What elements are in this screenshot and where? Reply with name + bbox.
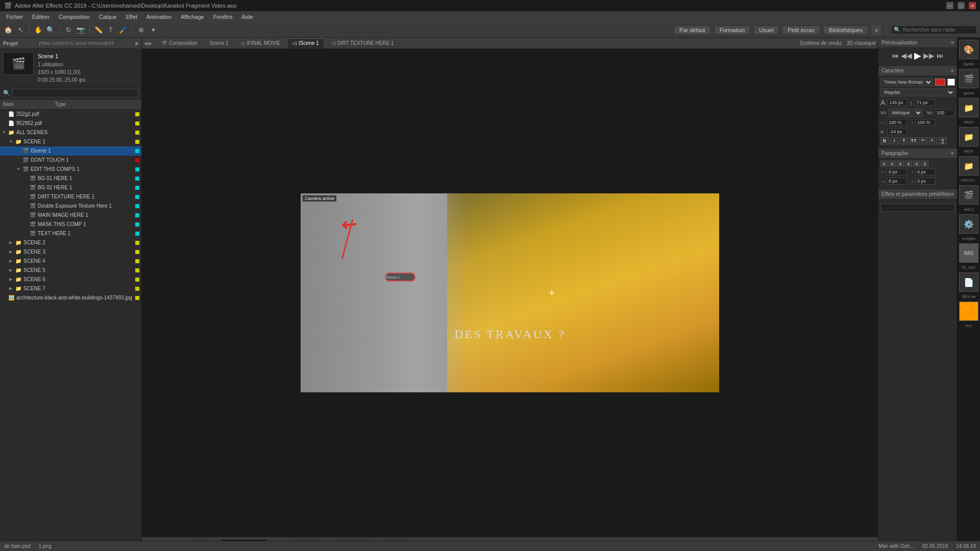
- menu-fichier[interactable]: Fichier: [2, 13, 27, 21]
- maximize-button[interactable]: □: [958, 2, 965, 9]
- menu-composition[interactable]: Composition: [55, 13, 94, 21]
- font-style-select[interactable]: Regular: [880, 88, 955, 96]
- justify-btn[interactable]: ≡: [905, 161, 912, 167]
- menu-fenetre[interactable]: Fenêtre: [209, 13, 237, 21]
- project-item-edit_comps1[interactable]: ▼ 🎬 EDIT THIS COMPS 1: [0, 165, 141, 174]
- project-item-arch_img[interactable]: 🖼️ architecture-black-and-white-building…: [0, 293, 141, 303]
- tab-iscene1[interactable]: ◁ IScene 1: [287, 38, 324, 48]
- clone-icon[interactable]: ⊕: [136, 25, 146, 35]
- project-item-scene4[interactable]: ▶ 📁 SCENE 4: [0, 257, 141, 266]
- project-item-scene3[interactable]: ▶ 📁 SCENE 3: [0, 247, 141, 257]
- project-item-scene2[interactable]: ▶ 📁 SCENE 2: [0, 238, 141, 247]
- tab-scene1[interactable]: Scene 1: [204, 38, 234, 48]
- project-item-scene1[interactable]: ▼ 📁 SCENE 1: [0, 137, 141, 146]
- kerning-select[interactable]: Métrique: [888, 109, 922, 117]
- baseline-input[interactable]: [887, 128, 908, 135]
- thumb-img[interactable]: IMG: [959, 243, 978, 263]
- tab-ifinal-movie[interactable]: ◁ IFINAL MOVIE: [235, 38, 286, 48]
- project-item-iscene1[interactable]: 🎬 IScene 1: [0, 146, 141, 156]
- align-left-btn[interactable]: ≡: [880, 161, 888, 167]
- hand-icon[interactable]: ✋: [33, 25, 43, 35]
- menu-calque[interactable]: Calque: [95, 13, 121, 21]
- minimize-button[interactable]: ─: [946, 2, 953, 9]
- menu-affichage[interactable]: Affichage: [177, 13, 208, 21]
- thumb-rack2[interactable]: 📁: [959, 127, 978, 146]
- select-icon[interactable]: ↖: [15, 25, 26, 35]
- menu-edition[interactable]: Edition: [28, 13, 54, 21]
- play-btn[interactable]: ▶: [914, 50, 921, 61]
- super-btn[interactable]: T⁺: [919, 137, 927, 144]
- font-height-input[interactable]: [915, 99, 935, 106]
- rotate-icon[interactable]: ↻: [63, 25, 74, 35]
- italic-btn[interactable]: I: [890, 137, 898, 144]
- allcaps-btn[interactable]: T: [900, 137, 908, 144]
- pen-icon[interactable]: ✏️: [93, 25, 104, 35]
- project-item-dirt_texture[interactable]: 🎬 DIRT TEXTURE HERE 1: [0, 192, 141, 202]
- thumb-ieee[interactable]: 📄: [959, 272, 978, 292]
- workspace-extend-btn[interactable]: »: [871, 25, 881, 35]
- tab-dirt-texture[interactable]: ◁ DIRT TEXTURE HERE 1: [326, 38, 400, 48]
- indent-right-input[interactable]: [887, 178, 907, 185]
- thumb-oriel[interactable]: 🎬: [959, 185, 978, 205]
- thumb-rack1[interactable]: 📁: [959, 98, 978, 117]
- project-search-input[interactable]: [12, 89, 138, 97]
- project-item-252g2[interactable]: 📄 252g2.pdf: [0, 110, 141, 119]
- justify-all-btn[interactable]: ≡: [913, 161, 920, 167]
- project-item-scene5[interactable]: ▶ 📁 SCENE 5: [0, 266, 141, 275]
- project-item-mask_comp[interactable]: 🎬 MASK THIS COMP 1: [0, 220, 141, 229]
- align-right-btn[interactable]: ≡: [897, 161, 904, 167]
- char-menu[interactable]: ≡: [951, 68, 954, 73]
- project-item-text_here1[interactable]: 🎬 TEXT HERE 1: [0, 229, 141, 238]
- bold-btn[interactable]: B: [880, 137, 889, 144]
- puppet-icon[interactable]: ✦: [148, 25, 158, 35]
- formation-btn[interactable]: Formation: [714, 26, 751, 35]
- first-frame-btn[interactable]: ⏮: [892, 52, 899, 60]
- menu-animation[interactable]: Animation: [142, 13, 176, 21]
- font-size-input[interactable]: [887, 99, 908, 106]
- effects-search-input[interactable]: [880, 204, 955, 212]
- project-item-scene7[interactable]: ▶ 📁 SCENE 7: [0, 284, 141, 293]
- right-nav-icon[interactable]: ▶: [149, 41, 152, 46]
- project-item-952952[interactable]: 📄 952952.pdf: [0, 119, 141, 128]
- thumb-opener[interactable]: 🎬: [959, 69, 978, 88]
- last-frame-btn[interactable]: ⏭: [937, 52, 944, 60]
- font-color-swatch[interactable]: [935, 79, 945, 86]
- text-icon[interactable]: T: [106, 25, 116, 35]
- close-button[interactable]: ✕: [969, 2, 976, 9]
- menu-aide[interactable]: Aide: [238, 13, 257, 21]
- space-after-input[interactable]: [915, 178, 936, 185]
- indent-left-input[interactable]: [887, 168, 907, 176]
- search-input[interactable]: [903, 27, 974, 33]
- bibliotheques-btn[interactable]: Bibliothèques: [823, 26, 868, 35]
- project-item-dont_touch1[interactable]: 🎬 DONT TOUCH 1: [0, 156, 141, 165]
- thumb-stylish[interactable]: 🎨: [959, 40, 978, 59]
- v-scale-input[interactable]: [915, 119, 936, 126]
- effets-menu[interactable]: ≡: [951, 191, 954, 197]
- space-before-input[interactable]: [915, 168, 936, 176]
- brush-icon[interactable]: 🖌️: [118, 25, 128, 35]
- home-icon[interactable]: 🏠: [3, 25, 13, 35]
- camera-icon[interactable]: 📷: [76, 25, 86, 35]
- menu-effet[interactable]: Effet: [122, 13, 141, 21]
- font-family-select[interactable]: Times New Roman: [880, 78, 933, 86]
- tab-composition[interactable]: 🎬 Composition: [156, 38, 203, 48]
- tracking-input[interactable]: [935, 109, 955, 116]
- para-menu[interactable]: ≡: [951, 151, 954, 156]
- petit-ecran-btn[interactable]: Petit écran: [782, 26, 820, 35]
- project-item-all_scenes[interactable]: ▼ 📁 ALL SCENES: [0, 128, 141, 137]
- project-item-main_image[interactable]: 🎬 MAIN IMAGE HERE 1: [0, 211, 141, 220]
- project-item-scene6[interactable]: ▶ 📁 SCENE 6: [0, 275, 141, 284]
- thumb-vlc[interactable]: 🔶: [959, 302, 978, 321]
- next-frame-btn[interactable]: ▶▶: [923, 52, 935, 60]
- left-nav-icon[interactable]: ◀: [144, 41, 148, 46]
- underline-btn[interactable]: T: [939, 137, 947, 144]
- prev-frame-btn[interactable]: ◀◀: [901, 52, 912, 60]
- project-item-bg02[interactable]: 🎬 BG 02 HERE 1: [0, 183, 141, 192]
- panel-menu-icon[interactable]: ≡: [135, 40, 138, 46]
- thumb-engine[interactable]: ⚙️: [959, 214, 978, 234]
- justify-right-btn[interactable]: ≡: [921, 161, 928, 167]
- sub-btn[interactable]: T₋: [929, 137, 937, 144]
- align-center-btn[interactable]: ≡: [889, 161, 896, 167]
- thumb-patch[interactable]: 📁: [959, 156, 978, 176]
- prev-menu[interactable]: ≡: [951, 40, 954, 45]
